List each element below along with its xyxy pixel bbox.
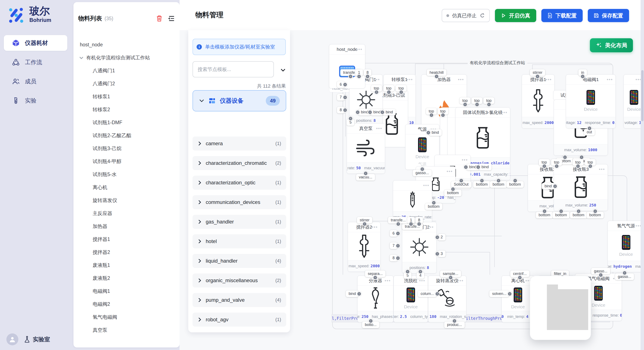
port-connector-icon[interactable]: › [435, 291, 440, 296]
start-simulation-button[interactable]: 开启仿真 [495, 9, 536, 22]
port-connector-icon[interactable]: › [496, 178, 501, 183]
node-host_node[interactable]: host_node••• [329, 44, 365, 88]
tree-item-旋转蒸发仪[interactable]: 旋转蒸发仪 [78, 194, 176, 207]
node-分液器[interactable]: 分液器•••volume: 250has_phases: true [357, 276, 394, 322]
port-connector-icon[interactable]: › [396, 222, 401, 226]
port-chip-SolidOut[interactable]: SolidOut› [451, 181, 471, 188]
port-connector-icon[interactable]: › [343, 95, 348, 100]
tree-item-离心机[interactable]: 离心机 [78, 181, 176, 194]
node-接收瓶3[interactable]: 接收瓶3•••max_volume: 250 [554, 164, 608, 211]
port-connector-icon[interactable]: › [343, 82, 348, 87]
refresh-icon[interactable] [480, 13, 485, 18]
node-title[interactable]: host_node••• [329, 44, 365, 54]
port-connector-icon[interactable]: › [440, 113, 445, 118]
port-connector-icon[interactable]: › [357, 74, 362, 79]
port-chip-1[interactable]: 1› [407, 217, 415, 223]
port-connector-icon[interactable]: › [396, 243, 400, 248]
port-connector-icon[interactable]: › [396, 256, 400, 260]
port-connector-icon[interactable]: › [374, 90, 379, 95]
port-connector-icon[interactable]: › [558, 209, 564, 214]
template-item-gas_handler[interactable]: gas_handler(1) [192, 215, 286, 229]
page-scrollbar[interactable] [640, 0, 644, 350]
port-chip-5[interactable]: 5› [404, 272, 412, 279]
port-connector-icon[interactable]: › [554, 164, 559, 169]
port-chip-3[interactable]: 3› [438, 250, 446, 257]
port-chip-7[interactable]: 7› [337, 94, 344, 101]
port-connector-icon[interactable]: › [576, 209, 581, 214]
tree-item-搅拌器2[interactable]: 搅拌器2 [78, 246, 176, 259]
port-chip-gasso[interactable]: gasso...› [615, 273, 634, 280]
tree-item-八通阀门1[interactable]: 八通阀门1 [78, 64, 176, 77]
port-connector-icon[interactable]: › [365, 74, 370, 79]
port-chip-bottom[interactable]: bottom› [586, 212, 604, 218]
port-chip-6[interactable]: 6› [337, 81, 344, 88]
sidebar-item-experiments[interactable]: 实验 [4, 93, 67, 108]
tree-item-试剂瓶3-己烷[interactable]: 试剂瓶3-己烷 [78, 142, 176, 155]
port-chip-top[interactable]: top› [396, 85, 406, 92]
tree-item-host_node[interactable]: host_node [78, 38, 176, 51]
port-chip-8[interactable]: 8› [415, 217, 423, 223]
port-connector-icon[interactable]: › [373, 275, 378, 280]
node-title[interactable]: ••• [393, 180, 432, 190]
port-connector-icon[interactable]: › [512, 178, 518, 183]
node-title[interactable]: 氢气气源••• [608, 221, 644, 231]
port-connector-icon[interactable]: › [420, 167, 425, 172]
port-connector-icon[interactable]: › [622, 270, 627, 275]
port-chip-top[interactable]: top› [460, 97, 470, 104]
port-connector-icon[interactable]: › [343, 108, 348, 113]
port-connector-icon[interactable]: › [480, 178, 484, 183]
port-connector-icon[interactable]: › [431, 200, 436, 205]
template-item-organic_miscellaneous[interactable]: organic_miscellaneous(2) [192, 273, 286, 288]
port-chip-stirrer[interactable]: stirrer› [357, 217, 372, 223]
port-connector-icon[interactable]: › [368, 110, 372, 115]
node-旋转蒸发仪[interactable]: 旋转蒸发仪•••temp: 180max_rotation_speed: [428, 276, 466, 322]
port-chip-top[interactable]: top› [371, 85, 382, 92]
port-connector-icon[interactable]: › [486, 102, 491, 107]
port-chip-top[interactable]: top› [472, 97, 482, 104]
port-connector-icon[interactable]: › [448, 275, 453, 280]
port-connector-icon[interactable]: › [562, 155, 567, 160]
chevron-down-icon[interactable] [78, 55, 84, 61]
sidebar-item-instruments[interactable]: 仪器耗材 [4, 35, 67, 51]
port-connector-icon[interactable]: › [380, 110, 385, 115]
port-connector-icon[interactable]: › [450, 187, 455, 191]
panel-collapse-chevron-icon[interactable] [280, 68, 286, 72]
port-connector-icon[interactable]: › [418, 269, 423, 274]
port-chip-top[interactable]: top› [539, 159, 550, 166]
tree-item-电磁阀1[interactable]: 电磁阀1 [78, 285, 176, 298]
port-connector-icon[interactable]: › [507, 291, 512, 296]
port-connector-icon[interactable]: › [518, 275, 522, 280]
port-chip-8[interactable]: 8› [337, 107, 344, 113]
port-chip-solven[interactable]: solven...› [490, 291, 509, 297]
tree-item-电磁阀2[interactable]: 电磁阀2 [78, 298, 176, 311]
port-chip-bottom[interactable]: bottom› [473, 181, 490, 188]
port-chip-gasso[interactable]: gasso...› [591, 268, 610, 275]
port-chip-bottom[interactable]: bottom› [444, 190, 462, 196]
user-avatar[interactable] [6, 334, 18, 345]
delete-all-icon[interactable] [156, 15, 162, 22]
port-chip-botto[interactable]: botto...› [362, 322, 379, 328]
port-connector-icon[interactable]: › [435, 235, 440, 240]
node-menu-icon[interactable]: ••• [356, 47, 362, 52]
node-title[interactable]: 转移泵1••• [384, 75, 416, 85]
node-氢气气源[interactable]: 氢气气源•••Device_type: hydrogenmax_pre [608, 221, 644, 272]
port-chip-in[interactable]: in› [578, 69, 587, 76]
port-connector-icon[interactable]: › [542, 164, 547, 169]
node-电磁阀1[interactable]: 电磁阀1•••Devicevoltage: 12response_time: 0… [566, 74, 616, 128]
tree-item-废液瓶1[interactable]: 废液瓶1 [78, 259, 176, 272]
port-connector-icon[interactable]: › [587, 126, 592, 131]
node-menu-icon[interactable]: ••• [458, 278, 464, 283]
node-menu-icon[interactable]: ••• [384, 278, 391, 283]
port-connector-icon[interactable]: › [452, 319, 457, 324]
node-离心机[interactable]: 离心机•••Devicetemp: 40min_temp: 4max_spe [502, 276, 534, 322]
node-真空泵[interactable]: 真空泵•••pump_rate: 50max_vacuum: 0.1 [347, 123, 385, 174]
port-connector-icon[interactable]: › [462, 102, 468, 107]
port-chip-stirrer[interactable]: stirrer› [530, 69, 545, 76]
port-chip-top[interactable]: top› [551, 159, 562, 166]
port-chip-out[interactable]: out› [584, 129, 595, 136]
port-connector-icon[interactable]: › [348, 116, 353, 121]
category-instruments[interactable]: 仪器设备 49 [192, 90, 286, 111]
node-menu-icon[interactable]: ••• [599, 167, 605, 172]
port-connector-icon[interactable]: › [429, 113, 434, 118]
port-chip-top[interactable]: top› [484, 97, 494, 104]
